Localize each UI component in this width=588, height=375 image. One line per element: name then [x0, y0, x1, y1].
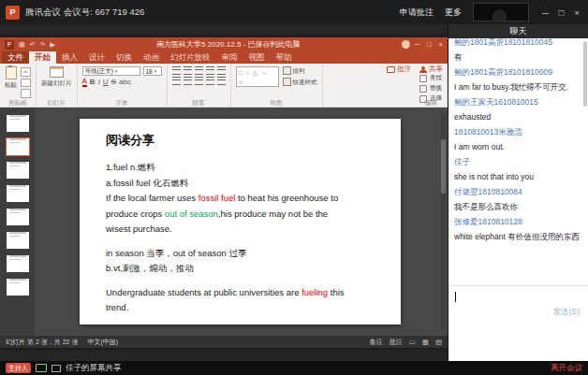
presenter-video-thumbnail[interactable]	[473, 3, 529, 22]
slide-editing-area: 阅读分享 1.fuel n.燃料a.fossil fuel 化石燃料If the…	[35, 108, 448, 336]
comments-button[interactable]: 批注	[387, 65, 411, 74]
font-style-button-2[interactable]: U	[103, 78, 109, 87]
close-button[interactable]: ×	[574, 7, 580, 18]
format-painter-icon[interactable]	[21, 89, 31, 98]
group-label-clipboard: 剪贴板	[0, 98, 36, 107]
editing-item-0[interactable]: 查找	[419, 74, 442, 82]
ribbon-tab-4[interactable]: 切换	[110, 51, 138, 64]
chevron-down-icon: ▾	[115, 68, 118, 74]
font-group: 等线(正文) ▾ 18 ▾ A BIUSabc 字体	[78, 64, 168, 107]
slide-text-line: Undergraduate students at public univers…	[106, 285, 401, 301]
group-label-drawing: 绘图	[231, 98, 322, 107]
cut-icon[interactable]: ✂	[21, 67, 31, 77]
chat-input[interactable]: 发送(S)	[448, 285, 588, 361]
decrease-indent-icon[interactable]	[195, 66, 203, 75]
paragraph-group: 段落	[168, 64, 231, 107]
quick-access-icon-2[interactable]: ↷	[40, 40, 46, 50]
ribbon-tab-3[interactable]: 设计	[83, 51, 110, 64]
bullet-list-icon[interactable]	[172, 66, 181, 75]
statusbar-comments-button[interactable]: 批注	[390, 338, 403, 347]
align-left-icon[interactable]	[172, 77, 181, 85]
slides-group: 新建幻灯片 幻灯片	[37, 64, 78, 107]
ribbon-tab-9[interactable]: 帮助	[271, 51, 298, 64]
font-style-button-4[interactable]: abc	[119, 78, 131, 87]
ribbon-tab-8[interactable]: 视图	[243, 51, 271, 64]
ribbon-tab-1[interactable]: 开始	[29, 51, 56, 64]
ribbon-tab-0[interactable]: 文件	[2, 51, 29, 64]
font-style-button-0[interactable]: B	[90, 78, 96, 87]
chat-scrollbar[interactable]	[583, 41, 587, 107]
slide-thumbnail-1[interactable]	[7, 115, 29, 132]
reading-view-icon[interactable]: ▤	[435, 338, 442, 346]
line-spacing-icon[interactable]	[217, 66, 226, 75]
minimize-button[interactable]: ─	[542, 7, 549, 18]
arrange-button[interactable]: 排列	[283, 66, 317, 75]
shapes-row: □ ○ △ → ☆	[239, 68, 276, 87]
increase-indent-icon[interactable]	[206, 66, 214, 75]
ppt-window-controls: ─ □ ×	[415, 40, 443, 49]
slide-thumbnail-6[interactable]	[7, 232, 29, 249]
slide-thumbnail-8[interactable]	[7, 279, 29, 296]
slide-thumbnail-7[interactable]	[7, 255, 29, 272]
font-style-button-1[interactable]: I	[98, 78, 100, 87]
font-color-icon[interactable]: A	[82, 78, 87, 87]
normal-view-icon[interactable]: ▭	[409, 338, 416, 346]
editing-item-1[interactable]: 替换	[419, 84, 442, 93]
powerpoint-window: P ▤↶↷▶ 南方医科大学5 2020.12.5 - 已保存到此电脑 ─ □ ×…	[0, 37, 448, 348]
account-avatar[interactable]	[402, 40, 410, 49]
share-button[interactable]: 共享	[419, 65, 443, 74]
paste-button[interactable]: 粘贴	[5, 66, 17, 98]
ribbon-tab-7[interactable]: 审阅	[216, 51, 243, 64]
font-style-button-3[interactable]: S	[111, 78, 116, 87]
quick-access-icon-3[interactable]: ▶	[50, 40, 54, 50]
leave-meeting-button[interactable]: 离开会议	[551, 363, 582, 374]
send-button[interactable]: 发送(S)	[553, 307, 580, 318]
slide-scrollbar[interactable]	[441, 113, 446, 330]
chat-message-text: white elephant 有价值但没用的东西	[454, 229, 583, 244]
font-size-select[interactable]: 18 ▾	[143, 66, 162, 76]
ribbon-tab-5[interactable]: 动画	[138, 51, 165, 64]
thumb-line	[9, 185, 26, 187]
slide-text-line: 1.fuel n.燃料	[106, 160, 401, 176]
topbar-actions: 申请批注 更多	[400, 3, 529, 22]
ribbon-tab-6[interactable]: 幻灯片放映	[165, 51, 216, 64]
notes-button[interactable]: 备注	[370, 338, 383, 347]
slide-canvas[interactable]: 阅读分享 1.fuel n.燃料a.fossil fuel 化石燃料If the…	[80, 119, 401, 325]
justify-icon[interactable]	[206, 77, 214, 85]
align-center-icon[interactable]	[184, 77, 192, 85]
comments-label: 批注	[397, 65, 411, 74]
slide-thumbnail-4[interactable]	[7, 185, 29, 202]
shapes-gallery[interactable]: □ ○ △ → ☆ ◇ ▽ ○ □ ─	[236, 66, 279, 87]
ppt-content: 阅读分享 1.fuel n.燃料a.fossil fuel 化石燃料If the…	[0, 108, 448, 336]
slide-thumbnail-2[interactable]	[7, 138, 29, 155]
align-right-icon[interactable]	[195, 77, 203, 85]
slide-thumbnail-5[interactable]	[7, 209, 29, 225]
columns-icon[interactable]	[217, 77, 226, 85]
numbered-list-icon[interactable]	[184, 66, 192, 75]
more-button[interactable]: 更多	[445, 7, 462, 19]
ppt-maximize-button[interactable]: □	[427, 40, 432, 49]
font-format-buttons: A BIUSabc	[82, 78, 162, 87]
chat-message-text: exhausted	[454, 109, 583, 124]
slide-sorter-icon[interactable]: ▦	[422, 338, 429, 346]
font-name-select[interactable]: 等线(正文) ▾	[82, 66, 140, 76]
quick-styles-button[interactable]: 快速样式	[283, 78, 317, 86]
slide-thumbnail-3[interactable]	[7, 162, 29, 179]
language-indicator[interactable]: 中文(中国)	[87, 338, 118, 347]
copy-icon[interactable]	[21, 79, 31, 88]
slide-scrollbar-thumb[interactable]	[441, 139, 446, 194]
quick-access-icon-0[interactable]: ▤	[19, 40, 25, 50]
ribbon-tab-2[interactable]: 插入	[56, 51, 83, 64]
thumb-line	[9, 255, 26, 257]
arrange-label: 排列	[293, 66, 305, 75]
ppt-close-button[interactable]: ×	[439, 40, 443, 49]
request-annotation-button[interactable]: 申请批注	[400, 7, 434, 19]
thumb-line	[9, 282, 21, 284]
ppt-minimize-button[interactable]: ─	[415, 40, 419, 49]
new-slide-button[interactable]: 新建幻灯片	[41, 66, 72, 98]
font-size-value: 18	[146, 68, 153, 75]
statusbar-right: 备注 批注 ▭ ▦ ▤	[370, 338, 442, 347]
quick-access-icon-1[interactable]: ↶	[30, 40, 36, 50]
thumb-line	[9, 166, 21, 167]
maximize-button[interactable]: □	[559, 7, 565, 18]
